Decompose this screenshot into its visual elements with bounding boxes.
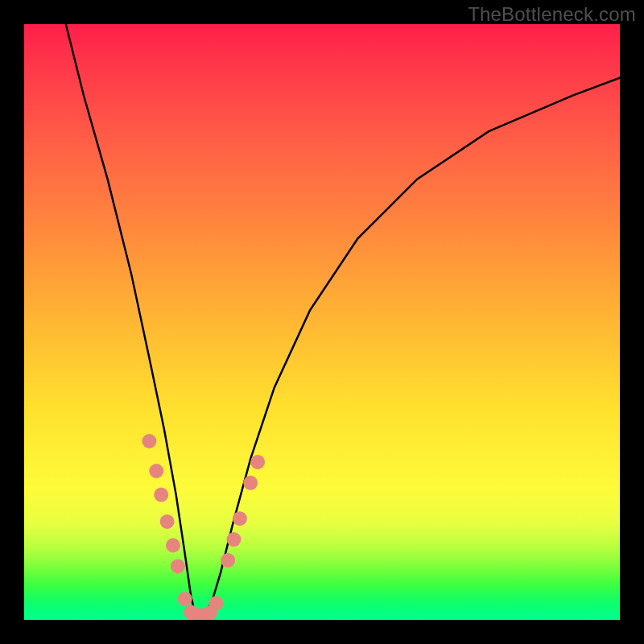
scatter-dot: [243, 476, 258, 490]
scatter-dot: [250, 455, 265, 469]
chart-svg: [24, 24, 620, 620]
outer-frame: TheBottleneck.com: [0, 0, 644, 644]
curve-layer: [66, 24, 620, 617]
scatter-dot: [142, 434, 156, 448]
scatter-dot: [227, 532, 242, 547]
scatter-dot: [160, 514, 175, 529]
scatter-dot: [166, 539, 180, 553]
scatter-dot: [233, 511, 247, 526]
scatter-dot: [178, 592, 192, 606]
plot-area: [24, 24, 620, 620]
scatter-dot: [221, 553, 235, 568]
watermark-text: TheBottleneck.com: [468, 3, 636, 26]
scatter-dot: [208, 596, 223, 610]
bottleneck-curve: [66, 24, 620, 617]
scatter-dot: [149, 464, 163, 478]
scatter-layer: [142, 434, 265, 620]
scatter-dot: [171, 559, 185, 573]
scatter-dot: [154, 488, 168, 502]
